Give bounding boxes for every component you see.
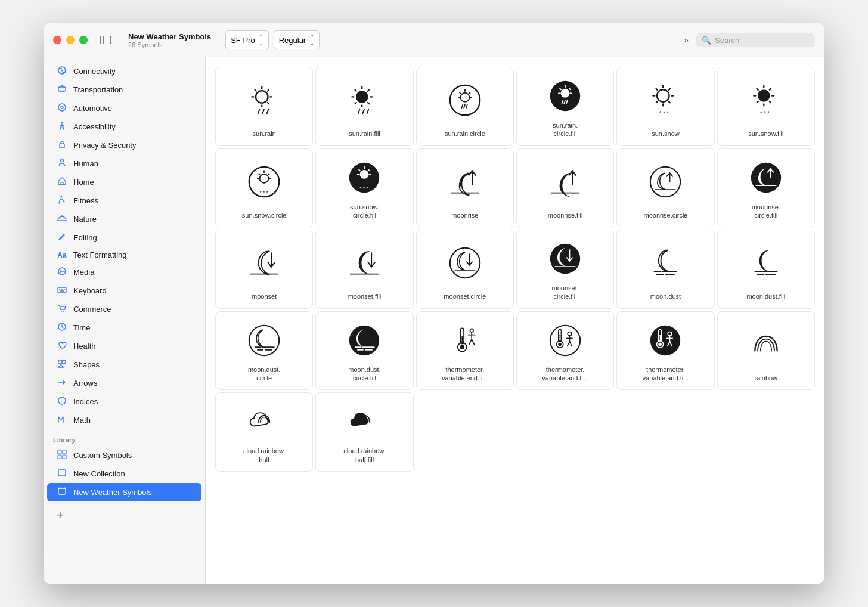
add-library-button[interactable]: +	[47, 504, 202, 527]
sidebar-item-keyboard[interactable]: Keyboard	[47, 281, 202, 300]
font-family-select[interactable]: SF Pro ⌃⌄	[225, 30, 268, 49]
svg-line-60	[363, 109, 365, 113]
svg-point-125	[751, 162, 781, 192]
svg-point-13	[61, 196, 63, 198]
sidebar-item-accessibility[interactable]: Accessibility	[47, 117, 202, 136]
close-button[interactable]	[53, 36, 61, 44]
sidebar-item-human[interactable]: Human	[47, 154, 202, 173]
svg-line-97	[757, 89, 758, 90]
sidebar-item-automotive[interactable]: Automotive	[47, 99, 202, 117]
sidebar-item-home[interactable]: Home	[47, 173, 202, 191]
sidebar-toggle-button[interactable]	[97, 33, 114, 47]
symbol-cell-sun-rain[interactable]: sun.rain	[215, 67, 313, 146]
sidebar-item-new-weather-symbols[interactable]: New Weather Symbols	[47, 483, 202, 501]
symbol-cell-sun-snow[interactable]: * * * sun.snow	[616, 67, 714, 146]
accessibility-icon	[57, 121, 67, 132]
symbol-cell-thermometer-variable-3[interactable]: thermometer.variable.and.fi...	[616, 311, 714, 391]
svg-text:* * *: * * *	[360, 185, 369, 191]
symbol-cell-cloud-rainbow-half-fill[interactable]: cloud.rainbow.half.fill	[315, 392, 413, 472]
sidebar-item-text-formatting[interactable]: Aa Text Formatting	[47, 247, 202, 263]
window-title-section: New Weather Symbols 26 Symbols	[128, 32, 211, 48]
titlebar: New Weather Symbols 26 Symbols SF Pro ⌃⌄…	[44, 23, 824, 57]
sidebar-item-math[interactable]: Math	[47, 411, 202, 429]
search-input[interactable]	[715, 36, 809, 45]
maximize-button[interactable]	[79, 36, 88, 44]
symbol-cell-moon-dust-circle[interactable]: moon.dust.circle	[215, 311, 313, 391]
svg-line-61	[367, 109, 369, 113]
sidebar-item-media[interactable]: Media	[47, 263, 202, 281]
symbol-label-moon-dust-circle-fill: moon.dust.circle.fill	[348, 366, 380, 383]
symbol-cell-cloud-rainbow-half[interactable]: cloud.rainbow.half	[215, 392, 313, 472]
transportation-icon	[57, 84, 67, 95]
expand-button[interactable]: »	[681, 33, 691, 47]
sidebar-item-connectivity[interactable]: Connectivity	[47, 62, 202, 80]
symbol-cell-sun-snow-circle-fill[interactable]: * * * sun.snow.circle.fill	[315, 148, 413, 228]
svg-point-11	[61, 159, 64, 162]
sidebar-label-indices: Indices	[73, 397, 98, 406]
symbol-cell-sun-snow-fill[interactable]: * * * sun.snow.fill	[717, 67, 815, 146]
symbol-cell-moon-dust-fill[interactable]: moon.dust.fill	[717, 230, 815, 309]
sidebar-item-custom-symbols[interactable]: Custom Symbols	[47, 446, 202, 464]
symbol-cell-thermometer-variable-1[interactable]: thermometer.variable.and.fi...	[416, 311, 514, 391]
sidebar-item-new-collection[interactable]: New Collection	[47, 464, 202, 483]
symbol-cell-sun-rain-fill[interactable]: sun.rain.fill	[315, 67, 413, 146]
sidebar-item-transportation[interactable]: Transportation	[47, 80, 202, 99]
symbol-cell-sun-rain-circle-fill[interactable]: sun.rain.circle.fill	[516, 67, 614, 146]
svg-line-45	[268, 103, 269, 104]
svg-rect-29	[58, 450, 61, 454]
minimize-button[interactable]	[66, 36, 75, 44]
sidebar-item-nature[interactable]: Nature	[47, 210, 202, 228]
symbol-cell-rainbow[interactable]: rainbow	[717, 311, 815, 391]
symbol-icon-moonrise	[448, 156, 482, 208]
svg-rect-182	[660, 335, 661, 341]
symbol-cell-moonrise-circle[interactable]: moonrise.circle	[616, 148, 714, 228]
sidebar-label-nature: Nature	[73, 215, 97, 224]
svg-point-8	[61, 106, 63, 109]
svg-line-67	[460, 93, 461, 94]
symbol-cell-moonrise-circle-fill[interactable]: moonrise.circle.fill	[717, 148, 815, 228]
sidebar-item-indices[interactable]: i Indices	[47, 392, 202, 411]
symbol-cell-moon-dust[interactable]: moon.dust	[616, 230, 714, 309]
svg-point-73	[561, 89, 570, 98]
symbol-icon-rainbow	[749, 319, 783, 370]
svg-line-56	[368, 103, 369, 104]
fitness-icon	[57, 195, 67, 206]
symbol-label-thermometer-variable-1: thermometer.variable.and.fi...	[442, 366, 488, 383]
symbol-cell-moonrise-fill[interactable]: moonrise.fill	[516, 148, 614, 228]
symbol-cell-moonset-circle[interactable]: moonset.circle	[416, 230, 514, 309]
sidebar-item-editing[interactable]: Editing	[47, 228, 202, 247]
symbol-cell-sun-rain-circle[interactable]: sun.rain.circle	[416, 67, 514, 146]
svg-line-89	[669, 89, 670, 90]
sidebar-item-fitness[interactable]: Fitness	[47, 191, 202, 210]
font-family-value: SF Pro	[231, 36, 255, 45]
sidebar-item-arrows[interactable]: Arrows	[47, 374, 202, 392]
search-box[interactable]: 🔍	[696, 33, 815, 47]
symbol-icon-thermometer-variable-1	[448, 319, 482, 362]
symbol-cell-moonset-circle-fill[interactable]: moonset.circle.fill	[516, 230, 614, 309]
svg-point-9	[61, 122, 63, 124]
svg-rect-32	[63, 455, 66, 459]
svg-line-178	[570, 342, 572, 346]
symbol-cell-moon-dust-circle-fill[interactable]: moon.dust.circle.fill	[315, 311, 413, 391]
font-weight-select[interactable]: Regular ⌃⌄	[274, 30, 320, 49]
svg-point-135	[550, 244, 580, 274]
sidebar-label-automotive: Automotive	[73, 104, 112, 113]
svg-text:* * *: * * *	[260, 189, 269, 195]
symbol-label-moonrise-fill: moonrise.fill	[548, 211, 583, 219]
symbol-icon-sun-snow: * * *	[649, 75, 682, 126]
symbol-cell-moonrise[interactable]: moonrise	[416, 148, 514, 228]
symbol-cell-thermometer-variable-2[interactable]: thermometer.variable.and.fi...	[516, 311, 614, 391]
sidebar-item-shapes[interactable]: Shapes	[47, 355, 202, 374]
symbol-cell-moonset[interactable]: moonset	[215, 230, 313, 309]
sidebar-item-time[interactable]: Time	[47, 318, 202, 337]
symbol-cell-sun-snow-circle[interactable]: * * * sun.snow.circle	[215, 148, 313, 228]
symbol-label-cloud-rainbow-half: cloud.rainbow.half	[243, 447, 285, 464]
symbol-icon-sun-rain	[247, 75, 281, 126]
sidebar-item-privacy-security[interactable]: Privacy & Security	[47, 136, 202, 154]
sidebar-item-commerce[interactable]: Commerce	[47, 300, 202, 318]
symbol-icon-moonset-fill	[348, 237, 381, 289]
sidebar-label-math: Math	[73, 416, 91, 425]
symbol-cell-moonset-fill[interactable]: moonset.fill	[315, 230, 413, 309]
sidebar-item-health[interactable]: Health	[47, 337, 202, 355]
sidebar-label-text-formatting: Text Formatting	[73, 250, 127, 259]
